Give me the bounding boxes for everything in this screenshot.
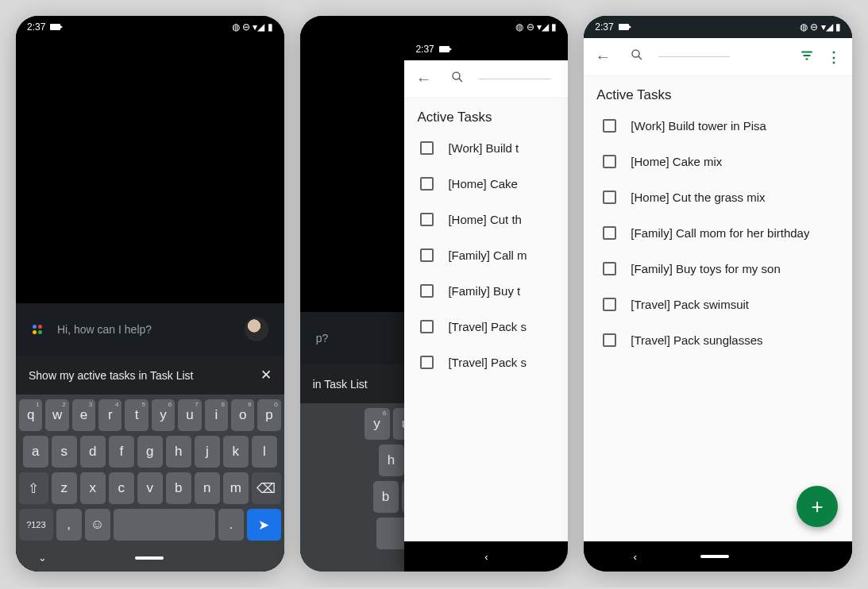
- keyboard-row2: a s d f g h j k l: [19, 436, 281, 468]
- task-row[interactable]: [Travel] Pack sunglasses: [584, 322, 852, 358]
- key-i[interactable]: i8: [205, 399, 228, 431]
- checkbox-icon[interactable]: [420, 141, 434, 155]
- checkbox-icon[interactable]: [420, 320, 434, 333]
- back-icon[interactable]: ←: [411, 65, 436, 93]
- search-icon[interactable]: [625, 43, 649, 71]
- close-icon[interactable]: ✕: [260, 367, 272, 383]
- checkbox-icon[interactable]: [420, 248, 434, 262]
- key-emoji[interactable]: ☺: [85, 509, 110, 541]
- avatar[interactable]: [245, 318, 268, 341]
- key-h[interactable]: h: [166, 436, 191, 468]
- assistant-prompt-text: Hi, how can I help?: [57, 323, 152, 336]
- key-k[interactable]: k: [223, 436, 249, 468]
- task-row[interactable]: [Home] Cut th: [404, 202, 568, 237]
- svg-point-0: [453, 72, 460, 79]
- task-row[interactable]: [Work] Build t: [404, 130, 568, 166]
- keyboard-row1: q1 w2 e3 r4 t5 y6 u7 i8 o9 p0: [19, 399, 281, 431]
- assistant-prompt-row: Hi, how can I help?: [16, 303, 284, 356]
- checkbox-icon[interactable]: [603, 298, 616, 311]
- task-row[interactable]: [Travel] Pack s: [404, 345, 568, 380]
- phone-screen-assistant-full: 2:37 ◍ ⊖ ▾◢ ▮ Hi, how can I help? Show m…: [16, 16, 284, 572]
- status-bar: . ◍ ⊖ ▾◢ ▮: [300, 16, 569, 38]
- key-p[interactable]: p0: [257, 399, 280, 431]
- task-row[interactable]: [Family] Call mom for her birthday: [584, 215, 852, 251]
- filter-icon[interactable]: [795, 44, 819, 71]
- task-row[interactable]: [Travel] Pack swimsuit: [584, 287, 852, 322]
- key-r[interactable]: r4: [98, 399, 122, 431]
- key-n[interactable]: n: [195, 472, 220, 504]
- key-backspace[interactable]: ⌫: [252, 472, 281, 504]
- task-row[interactable]: [Home] Cake mix: [584, 144, 852, 179]
- task-topbar: ←: [404, 60, 568, 98]
- key-d[interactable]: d: [80, 436, 106, 468]
- nav-back-icon[interactable]: ‹: [634, 551, 637, 563]
- key-o[interactable]: o9: [231, 399, 254, 431]
- key-comma[interactable]: ,: [56, 509, 82, 541]
- checkbox-icon[interactable]: [420, 284, 434, 298]
- keyboard[interactable]: q1 w2 e3 r4 t5 y6 u7 i8 o9 p0 a s d f g …: [16, 395, 284, 572]
- key-x[interactable]: x: [80, 472, 106, 504]
- checkbox-icon[interactable]: [603, 155, 616, 168]
- nav-home-pill[interactable]: [135, 556, 164, 560]
- camera-icon: [439, 46, 449, 52]
- key-g[interactable]: g: [137, 436, 163, 468]
- add-task-fab[interactable]: +: [797, 486, 838, 527]
- back-icon[interactable]: ←: [590, 43, 615, 71]
- key-l[interactable]: l: [252, 436, 277, 468]
- status-time: 2:37: [27, 21, 45, 33]
- key-period[interactable]: .: [218, 509, 244, 541]
- key-b[interactable]: b: [166, 472, 191, 504]
- key-space[interactable]: [114, 509, 215, 541]
- status-right-icons: ◍ ⊖ ▾◢ ▮: [232, 21, 273, 33]
- camera-icon: [619, 24, 629, 30]
- checkbox-icon[interactable]: [420, 356, 434, 369]
- task-list-panel-partial: 2:37 ← Active Tasks [Work] Build t [Home…: [404, 38, 568, 572]
- nav-collapse-icon[interactable]: ⌄: [38, 552, 47, 564]
- key-y[interactable]: y6: [152, 399, 175, 431]
- key-numeric[interactable]: ?123: [19, 509, 53, 541]
- task-row[interactable]: [Home] Cake: [404, 166, 568, 202]
- key-z[interactable]: z: [52, 472, 77, 504]
- camera-icon: [50, 24, 60, 30]
- task-row[interactable]: [Family] Buy toys for my son: [584, 251, 852, 287]
- key-f[interactable]: f: [109, 436, 134, 468]
- checkbox-icon[interactable]: [603, 262, 616, 275]
- assistant-logo-icon: [32, 324, 46, 335]
- checkbox-icon[interactable]: [420, 177, 434, 191]
- nav-back-icon[interactable]: ‹: [484, 551, 488, 563]
- assistant-prompt-text-partial: p?: [316, 332, 329, 345]
- phone-screen-transition: . ◍ ⊖ ▾◢ ▮ p? in Task List ✕ y6 u7 i8 o9…: [300, 16, 569, 572]
- status-bar: 2:37 ◍ ⊖ ▾◢ ▮: [16, 16, 284, 38]
- search-input-underline[interactable]: [658, 56, 730, 57]
- search-icon[interactable]: [446, 65, 469, 93]
- checkbox-icon[interactable]: [420, 213, 434, 226]
- task-row[interactable]: [Home] Cut the grass mix: [584, 179, 852, 215]
- key-a[interactable]: a: [23, 436, 48, 468]
- task-row[interactable]: [Travel] Pack s: [404, 309, 568, 345]
- task-list-header: Active Tasks: [404, 98, 568, 130]
- key-shift[interactable]: ⇧: [19, 472, 48, 504]
- more-icon[interactable]: ⋮: [822, 44, 846, 71]
- key-c[interactable]: c: [109, 472, 134, 504]
- keyboard-row4: ?123 , ☺ . ➤: [19, 509, 281, 541]
- task-row[interactable]: [Family] Buy t: [404, 273, 568, 309]
- key-e[interactable]: e3: [72, 399, 95, 431]
- key-s[interactable]: s: [52, 436, 77, 468]
- checkbox-icon[interactable]: [603, 119, 616, 133]
- key-send[interactable]: ➤: [247, 509, 281, 541]
- checkbox-icon[interactable]: [603, 191, 616, 204]
- key-v[interactable]: v: [137, 472, 163, 504]
- key-w[interactable]: w2: [45, 399, 68, 431]
- checkbox-icon[interactable]: [603, 333, 616, 347]
- nav-home-pill[interactable]: [700, 555, 729, 558]
- task-row[interactable]: [Work] Build tower in Pisa: [584, 108, 852, 144]
- key-t[interactable]: t5: [125, 399, 148, 431]
- key-m[interactable]: m: [223, 472, 249, 504]
- assistant-input[interactable]: Show my active tasks in Task List ✕: [16, 356, 284, 395]
- key-u[interactable]: u7: [178, 399, 201, 431]
- checkbox-icon[interactable]: [603, 226, 616, 240]
- search-input-underline[interactable]: [479, 79, 550, 79]
- key-q[interactable]: q1: [19, 399, 42, 431]
- task-row[interactable]: [Family] Call m: [404, 237, 568, 273]
- key-j[interactable]: j: [195, 436, 220, 468]
